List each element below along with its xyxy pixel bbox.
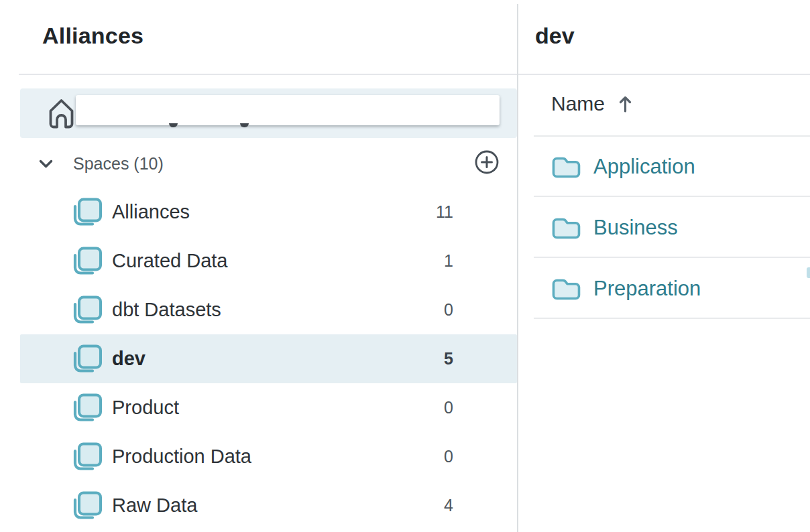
space-name-label: Production Data	[112, 446, 251, 468]
name-column-label: Name	[551, 92, 605, 115]
table-row-folder[interactable]: Preparation	[518, 258, 810, 319]
clipped-edge-element	[807, 267, 810, 278]
sort-ascending-icon	[618, 94, 632, 113]
home-row[interactable]	[20, 88, 517, 138]
sidebar-space-item[interactable]: dbt Datasets 0	[20, 285, 517, 334]
add-space-button[interactable]	[474, 149, 500, 175]
space-name-label: dbt Datasets	[112, 299, 221, 321]
space-icon	[72, 247, 102, 276]
spaces-list: Alliances 11 Curated Data 1 dbt Datasets…	[20, 188, 517, 530]
space-count-badge: 4	[444, 496, 453, 515]
sidebar-space-item[interactable]: Curated Data 1	[20, 237, 517, 285]
folder-icon	[552, 155, 581, 178]
sidebar-space-item[interactable]: Production Data 0	[20, 432, 517, 481]
spaces-header-label: Spaces (10)	[73, 154, 164, 174]
space-name-label: Product	[112, 397, 179, 419]
space-icon	[72, 198, 102, 227]
space-count-badge: 0	[444, 447, 453, 466]
space-icon	[72, 393, 102, 423]
sidebar-title: Alliances	[42, 23, 143, 49]
space-count-badge: 5	[444, 349, 453, 369]
folder-name-link[interactable]: Business	[593, 216, 678, 240]
space-name-label: dev	[112, 348, 146, 370]
page-title: dev	[535, 23, 575, 49]
space-icon	[72, 344, 102, 374]
sidebar-space-item[interactable]: Product 0	[20, 383, 517, 432]
sidebar-panel: Alliances Spaces (10)	[0, 0, 517, 532]
redacted-text-descender	[169, 123, 178, 127]
chevron-down-icon[interactable]	[39, 159, 53, 169]
folder-name-link[interactable]: Application	[593, 155, 695, 179]
space-name-label: Curated Data	[112, 250, 228, 272]
folder-icon	[552, 216, 581, 239]
sidebar-space-item[interactable]: Raw Data 4	[20, 481, 517, 530]
table-row-folder[interactable]: Business	[518, 197, 810, 258]
redacted-text-descender	[240, 123, 249, 127]
space-count-badge: 1	[444, 251, 453, 271]
space-icon	[72, 442, 102, 472]
folder-table: Application Business Preparation	[518, 136, 810, 319]
spaces-section-header[interactable]: Spaces (10)	[20, 140, 517, 188]
sidebar-space-item[interactable]: Alliances 11	[20, 188, 517, 237]
name-column-header[interactable]: Name	[551, 92, 632, 115]
space-name-label: Raw Data	[112, 494, 197, 517]
space-count-badge: 11	[436, 202, 453, 222]
space-icon	[72, 295, 102, 325]
redacted-label-overlay	[76, 95, 500, 125]
table-row-folder[interactable]: Application	[518, 136, 810, 197]
folder-icon	[552, 277, 581, 300]
space-count-badge: 0	[444, 398, 453, 417]
home-icon	[48, 97, 75, 132]
main-panel: dev Name Application Business	[518, 0, 810, 532]
space-count-badge: 0	[444, 300, 453, 320]
sidebar-space-item[interactable]: dev 5	[20, 334, 517, 383]
folder-name-link[interactable]: Preparation	[593, 277, 701, 301]
space-name-label: Alliances	[112, 201, 190, 223]
space-icon	[72, 491, 102, 521]
